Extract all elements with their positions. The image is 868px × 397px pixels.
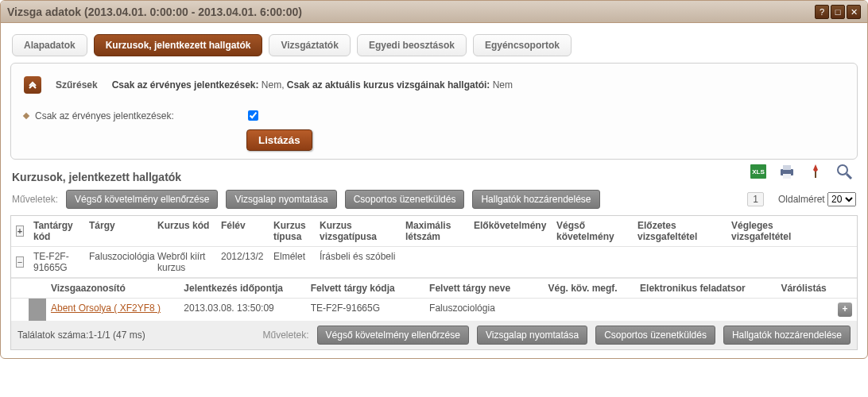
col-vegsokovetelmeny[interactable]: Végső követelmény bbox=[552, 216, 633, 246]
tab-egyencsoportok[interactable]: Egyéncsoportok bbox=[473, 34, 572, 56]
filter-valid-only-label: Csak az érvényes jelentkezések: bbox=[35, 110, 242, 121]
svg-rect-4 bbox=[783, 174, 791, 179]
cell-felev: 2012/13/2 bbox=[216, 247, 269, 277]
cell-vegso bbox=[552, 247, 633, 277]
grid-footer: Találatok száma:1-1/1 (47 ms) Műveletek:… bbox=[11, 321, 857, 349]
btn-assign-students[interactable]: Hallgatók hozzárendelése bbox=[472, 190, 599, 209]
cell-ftk: TE-F2F-91665G bbox=[306, 299, 424, 321]
close-icon[interactable]: ✕ bbox=[847, 5, 861, 19]
svg-line-7 bbox=[847, 174, 851, 179]
bullet-icon bbox=[23, 112, 29, 118]
results-grid: + Tantárgy kód Tárgy Kurzus kód Félév Ku… bbox=[10, 215, 858, 350]
col-elokovetelmeny[interactable]: Előkövetelmény bbox=[469, 216, 552, 246]
section-title: Kurzusok, jelentkezett hallgatók bbox=[10, 160, 745, 185]
tab-egyedi-beosztasok[interactable]: Egyedi beosztások bbox=[357, 34, 467, 56]
col-felev[interactable]: Félév bbox=[216, 216, 269, 246]
filter-summary: Csak az érvényes jelentkezések: Nem, Csa… bbox=[112, 79, 513, 91]
col-targy[interactable]: Tárgy bbox=[84, 216, 153, 246]
cell-kurzuskod: Webről kiírt kurzus bbox=[153, 247, 216, 277]
pagesize-label: Oldalméret bbox=[778, 194, 825, 205]
row-collapse-icon[interactable]: − bbox=[16, 256, 24, 268]
col-maxletszam[interactable]: Maximális létszám bbox=[401, 216, 469, 246]
filter-panel: Szűrések Csak az érvényes jelentkezések:… bbox=[10, 63, 858, 160]
col-veglegesvizsgafeltetel[interactable]: Végleges vizsgafeltétel bbox=[727, 216, 822, 246]
tab-vizsgaztatok[interactable]: Vizsgáztatók bbox=[269, 34, 350, 56]
sub-table-row: Abent Orsolya ( XF2YF8 ) 2013.03.08. 13:… bbox=[11, 299, 857, 321]
pager-current[interactable]: 1 bbox=[747, 192, 764, 206]
cell-jelentkezes: 2013.03.08. 13:50:09 bbox=[179, 299, 305, 321]
col-kurzusvizsgatipusa[interactable]: Kurzus vizsgatípusa bbox=[315, 216, 401, 246]
subcol-varolistas[interactable]: Várólistás bbox=[776, 279, 857, 298]
cell-ktip: Elmélet bbox=[269, 247, 315, 277]
col-tantargykod[interactable]: Tantárgy kód bbox=[29, 216, 84, 246]
filter-title: Szűrések bbox=[56, 79, 98, 91]
toolbar-icons: XLS bbox=[745, 161, 858, 185]
footer-btn-group-message[interactable]: Csoportos üzenetküldés bbox=[595, 326, 715, 345]
expand-all-icon[interactable]: + bbox=[16, 225, 24, 237]
col-kurzustipusa[interactable]: Kurzus típusa bbox=[269, 216, 315, 246]
cell-var: + bbox=[776, 299, 857, 321]
subcol-vegkovmegf[interactable]: Vég. köv. megf. bbox=[544, 279, 636, 298]
filter-valid-only-checkbox[interactable] bbox=[248, 110, 258, 121]
footer-btn-print-exam-sheet[interactable]: Vizsgalap nyomtatása bbox=[477, 326, 587, 345]
export-xls-icon[interactable]: XLS bbox=[748, 161, 769, 182]
svg-rect-5 bbox=[815, 172, 816, 178]
help-icon[interactable]: ? bbox=[815, 5, 829, 19]
cell-kviz: Írásbeli és szóbeli bbox=[315, 247, 401, 277]
cell-tantargykod: TE-F2F-91665G bbox=[29, 247, 84, 277]
list-button[interactable]: Listázás bbox=[246, 129, 312, 151]
subcol-vizsgaazonosito[interactable]: Vizsgaazonosító bbox=[46, 279, 179, 298]
svg-point-6 bbox=[838, 165, 847, 175]
footer-btn-final-req-check[interactable]: Végső követelmény ellenőrzése bbox=[317, 326, 469, 345]
btn-print-exam-sheet[interactable]: Vizsgalap nyomtatása bbox=[226, 190, 336, 209]
cell-ftn: Faluszociológia bbox=[424, 299, 543, 321]
btn-final-req-check[interactable]: Végső követelmény ellenőrzése bbox=[66, 190, 218, 209]
results-count: Találatok száma:1-1/1 (47 ms) bbox=[17, 330, 145, 341]
search-icon[interactable] bbox=[834, 161, 854, 182]
footer-ops-label: Műveletek: bbox=[263, 330, 309, 341]
tab-kurzusok[interactable]: Kurzusok, jelentkezett hallgatók bbox=[94, 34, 263, 56]
tab-alapadatok[interactable]: Alapadatok bbox=[12, 34, 87, 56]
cell-vegleges bbox=[727, 247, 822, 277]
cell-elozetes bbox=[633, 247, 727, 277]
dialog-title: Vizsga adatok (2013.04.01. 0:00:00 - 201… bbox=[7, 6, 815, 18]
cell-elok bbox=[469, 247, 552, 277]
tab-strip: Alapadatok Kurzusok, jelentkezett hallga… bbox=[10, 31, 858, 63]
dialog-titlebar: Vizsga adatok (2013.04.01. 0:00:00 - 201… bbox=[1, 1, 867, 23]
svg-text:XLS: XLS bbox=[752, 168, 765, 175]
print-icon[interactable] bbox=[777, 161, 797, 182]
svg-rect-3 bbox=[783, 165, 791, 170]
pin-icon[interactable] bbox=[805, 161, 826, 182]
table-row: − TE-F2F-91665G Faluszociológia Webről k… bbox=[11, 247, 857, 278]
cell-ef bbox=[635, 299, 776, 321]
col-elozetesvizsgafeltetel[interactable]: Előzetes vizsgafeltétel bbox=[633, 216, 727, 246]
collapse-filters-icon[interactable] bbox=[24, 76, 41, 94]
subcol-felvett-targy-kodja[interactable]: Felvett tárgy kódja bbox=[306, 279, 424, 298]
student-link[interactable]: Abent Orsolya ( XF2YF8 ) bbox=[51, 303, 161, 314]
footer-btn-assign-students[interactable]: Hallgatók hozzárendelése bbox=[723, 326, 851, 345]
pagesize-select[interactable]: 20 bbox=[827, 192, 856, 206]
subcol-elektronikus-feladatsor[interactable]: Elektronikus feladatsor bbox=[635, 279, 776, 298]
cell-max bbox=[401, 247, 469, 277]
ops-label: Műveletek: bbox=[12, 194, 58, 205]
btn-group-message[interactable]: Csoportos üzenetküldés bbox=[345, 190, 465, 209]
col-kurzuskod[interactable]: Kurzus kód bbox=[153, 216, 216, 246]
subcol-jelentkezes[interactable]: Jelentkezés időpontja bbox=[179, 279, 305, 298]
row-actions-icon[interactable]: + bbox=[838, 303, 852, 317]
cell-targy: Faluszociológia bbox=[84, 247, 153, 277]
minimize-icon[interactable]: □ bbox=[831, 5, 845, 19]
pagesize: Oldalméret 20 bbox=[778, 192, 856, 206]
cell-vkm bbox=[544, 299, 636, 321]
subcol-felvett-targy-neve[interactable]: Felvett tárgy neve bbox=[424, 279, 543, 298]
